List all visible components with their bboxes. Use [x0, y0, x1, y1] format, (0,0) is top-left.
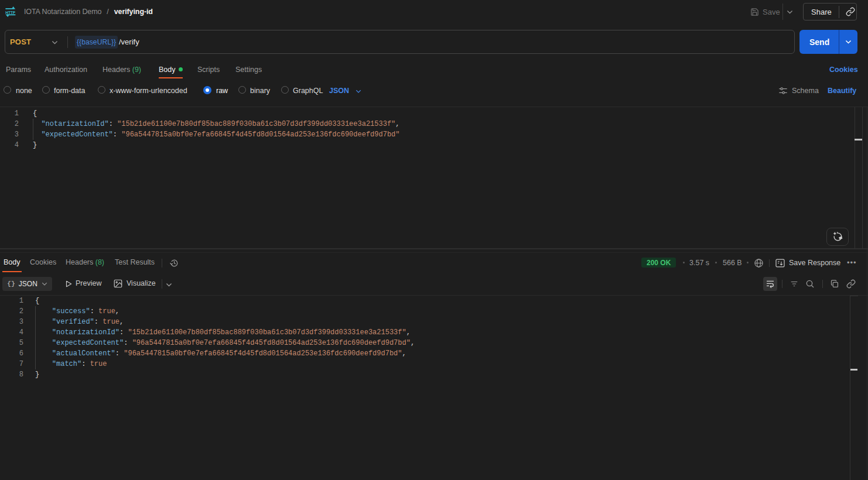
svg-text:HTTP: HTTP — [5, 10, 16, 15]
